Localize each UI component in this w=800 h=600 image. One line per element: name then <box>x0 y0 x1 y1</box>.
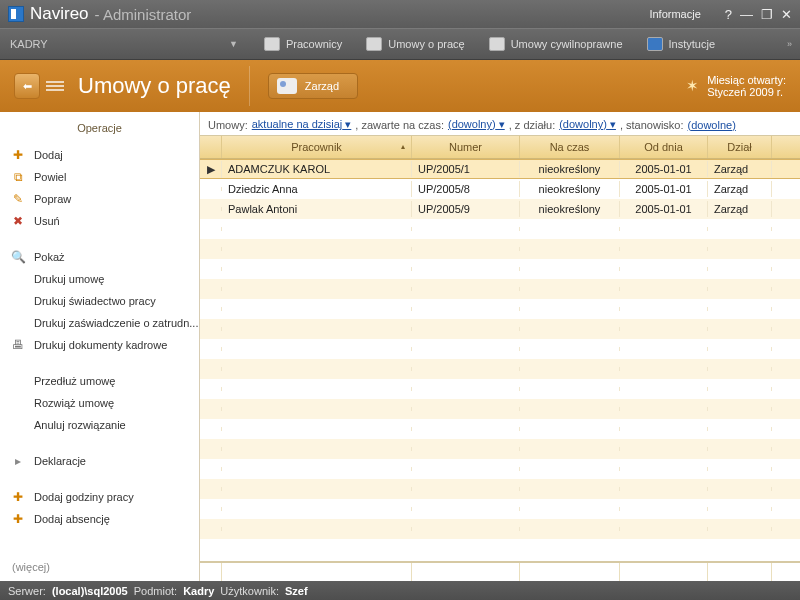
app-logo-icon <box>8 6 24 22</box>
op-label: Dodaj godziny pracy <box>34 491 134 503</box>
op-label: Usuń <box>34 215 60 227</box>
help-button[interactable]: ? <box>725 7 732 22</box>
maximize-button[interactable]: ❐ <box>761 7 773 22</box>
op-przedłuż-umowę[interactable]: Przedłuż umowę <box>0 370 199 392</box>
app-name: Navireo <box>30 4 89 24</box>
filter-duration-link[interactable]: (dowolny) ▾ <box>448 118 505 131</box>
op-dodaj[interactable]: ✚Dodaj <box>0 144 199 166</box>
cell: UP/2005/1 <box>412 161 520 177</box>
status-server-value: (local)\sql2005 <box>52 585 128 597</box>
tab-umowy-o-prace[interactable]: Umowy o pracę <box>356 33 474 55</box>
col-numer[interactable]: Numer <box>412 136 520 158</box>
op-label: Dodaj absencję <box>34 513 110 525</box>
department-label: Zarząd <box>305 80 339 92</box>
close-button[interactable]: ✕ <box>781 7 792 22</box>
open-month-indicator[interactable]: ✶ Miesiąc otwarty: Styczeń 2009 r. <box>686 74 786 98</box>
menubar: KADRY ▼ Pracownicy Umowy o pracę Umowy c… <box>0 28 800 60</box>
module-dropdown[interactable]: KADRY ▼ <box>0 29 248 59</box>
add-icon: ✚ <box>10 511 26 527</box>
tab-umowy-cywilnoprawne[interactable]: Umowy cywilnoprawne <box>479 33 633 55</box>
cell: ADAMCZUK KAROL <box>222 161 412 177</box>
cell: UP/2005/9 <box>412 201 520 217</box>
blank-icon <box>10 417 26 433</box>
col-dzial[interactable]: Dział <box>708 136 772 158</box>
copy-icon: ⧉ <box>10 169 26 185</box>
cell: nieokreślony <box>520 161 620 177</box>
cell: Zarząd <box>708 161 772 177</box>
tab-instytucje[interactable]: Instytucje <box>637 33 725 55</box>
op-anuluj-rozwiązanie[interactable]: Anuluj rozwiązanie <box>0 414 199 436</box>
table-row[interactable]: Pawlak AntoniUP/2005/9nieokreślony2005-0… <box>200 199 800 219</box>
op-label: Deklaracje <box>34 455 86 467</box>
op-pokaż[interactable]: 🔍Pokaż <box>0 246 199 268</box>
document-icon <box>489 37 505 51</box>
chevron-right-icon: » <box>787 39 792 49</box>
filter-position-link[interactable]: (dowolne) <box>688 119 736 131</box>
op-powiel[interactable]: ⧉Powiel <box>0 166 199 188</box>
op-label: Przedłuż umowę <box>34 375 115 387</box>
building-icon <box>647 37 663 51</box>
month-value: Styczeń 2009 r. <box>707 86 786 98</box>
menu-icon[interactable] <box>46 77 64 95</box>
divider <box>249 66 250 106</box>
blank-icon <box>10 395 26 411</box>
cell: ▶ <box>200 161 222 178</box>
table-row-empty <box>200 319 800 339</box>
glass-icon: 🔍 <box>10 249 26 265</box>
op-deklaracje[interactable]: ▸Deklaracje <box>0 450 199 472</box>
filter-status-link[interactable]: aktualne na dzisiaj ▾ <box>252 118 352 131</box>
status-bar: Serwer: (local)\sql2005 Podmiot: Kadry U… <box>0 581 800 600</box>
op-usuń[interactable]: ✖Usuń <box>0 210 199 232</box>
chevron-down-icon: ▼ <box>229 39 238 49</box>
titlebar: Navireo - Administrator Informacje ? — ❐… <box>0 0 800 28</box>
print-icon: 🖶 <box>10 337 26 353</box>
sidebar-more-link[interactable]: (więcej) <box>0 553 199 581</box>
header-band: ⬅ Umowy o pracę Zarząd ✶ Miesiąc otwarty… <box>0 60 800 112</box>
info-link[interactable]: Informacje <box>649 8 700 20</box>
app-subtitle: - Administrator <box>95 6 192 23</box>
table-row[interactable]: Dziedzic AnnaUP/2005/8nieokreślony2005-0… <box>200 179 800 199</box>
department-selector[interactable]: Zarząd <box>268 73 358 99</box>
menubar-overflow[interactable]: » <box>779 29 800 59</box>
op-label: Drukuj zaświadczenie o zatrudn... <box>34 317 198 329</box>
people-icon <box>264 37 280 51</box>
op-drukuj-zaświadczenie-o-zatrudn[interactable]: Drukuj zaświadczenie o zatrudn... <box>0 312 199 334</box>
table-row-empty <box>200 339 800 359</box>
contracts-table: Pracownik Numer Na czas Od dnia Dział ▶A… <box>200 135 800 581</box>
arrow-left-icon: ⬅ <box>23 80 32 93</box>
edit-icon: ✎ <box>10 191 26 207</box>
tab-pracownicy[interactable]: Pracownicy <box>254 33 352 55</box>
minimize-button[interactable]: — <box>740 7 753 22</box>
status-podmiot-value: Kadry <box>183 585 214 597</box>
col-pracownik[interactable]: Pracownik <box>222 136 412 158</box>
op-drukuj-dokumenty-kadrowe[interactable]: 🖶Drukuj dokumenty kadrowe <box>0 334 199 356</box>
month-caption: Miesiąc otwarty: <box>707 74 786 86</box>
cell: nieokreślony <box>520 181 620 197</box>
col-naczas[interactable]: Na czas <box>520 136 620 158</box>
col-indicator[interactable] <box>200 136 222 158</box>
table-row[interactable]: ▶ADAMCZUK KAROLUP/2005/1nieokreślony2005… <box>200 159 800 179</box>
op-drukuj-świadectwo-pracy[interactable]: Drukuj świadectwo pracy <box>0 290 199 312</box>
table-row-empty <box>200 219 800 239</box>
filter-department-link[interactable]: (dowolny) ▾ <box>559 118 616 131</box>
op-rozwiąż-umowę[interactable]: Rozwiąż umowę <box>0 392 199 414</box>
status-podmiot-label: Podmiot: <box>134 585 177 597</box>
op-drukuj-umowę[interactable]: Drukuj umowę <box>0 268 199 290</box>
table-header: Pracownik Numer Na czas Od dnia Dział <box>200 136 800 159</box>
table-body: ▶ADAMCZUK KAROLUP/2005/1nieokreślony2005… <box>200 159 800 561</box>
del-icon: ✖ <box>10 213 26 229</box>
table-row-empty <box>200 379 800 399</box>
op-dodaj-absencję[interactable]: ✚Dodaj absencję <box>0 508 199 530</box>
table-row-empty <box>200 239 800 259</box>
op-dodaj-godziny-pracy[interactable]: ✚Dodaj godziny pracy <box>0 486 199 508</box>
col-oddnia[interactable]: Od dnia <box>620 136 708 158</box>
table-row-empty <box>200 399 800 419</box>
status-user-value: Szef <box>285 585 308 597</box>
table-row-empty <box>200 259 800 279</box>
cell: Zarząd <box>708 201 772 217</box>
back-button[interactable]: ⬅ <box>14 73 40 99</box>
cell: 2005-01-01 <box>620 201 708 217</box>
cell <box>200 187 222 191</box>
blank-icon <box>10 315 26 331</box>
op-popraw[interactable]: ✎Popraw <box>0 188 199 210</box>
